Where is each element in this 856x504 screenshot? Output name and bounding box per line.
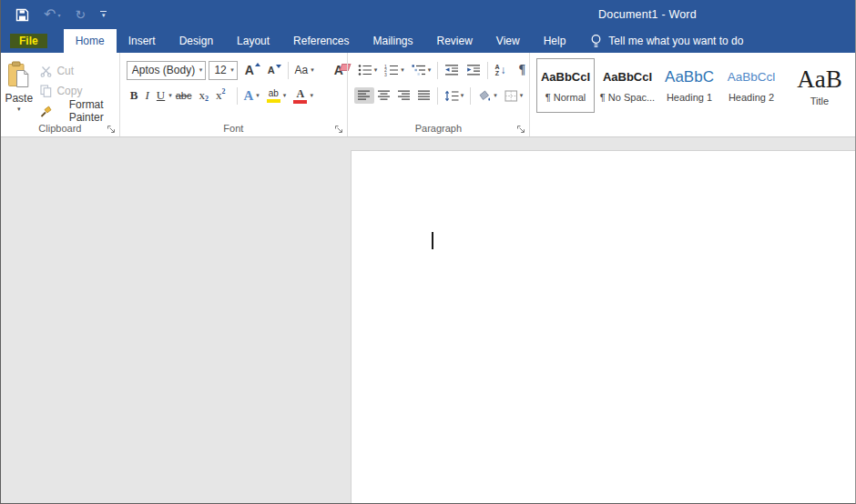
cut-label: Cut xyxy=(56,65,74,77)
italic-button[interactable]: I xyxy=(142,86,153,106)
cut-button[interactable]: Cut xyxy=(36,61,118,81)
style-sample: AaB xyxy=(797,67,842,91)
paragraph-group-label: Paragraph xyxy=(348,123,529,134)
redo-icon: ↻ xyxy=(75,8,86,21)
paste-icon xyxy=(7,61,30,89)
tab-file[interactable]: File xyxy=(10,34,47,48)
align-right-button[interactable] xyxy=(394,87,414,104)
qat-customize-button[interactable]: ▾ xyxy=(100,11,107,18)
strikethrough-button[interactable]: abc xyxy=(172,86,196,106)
text-effects-icon: A xyxy=(244,88,254,104)
align-center-icon xyxy=(378,90,391,101)
font-dialog-launcher[interactable] xyxy=(334,125,343,134)
style-title[interactable]: AaB Title xyxy=(784,58,855,113)
align-left-icon xyxy=(358,90,371,101)
save-button[interactable] xyxy=(15,8,29,22)
redo-button[interactable]: ↻ xyxy=(75,8,86,21)
style-label: Title xyxy=(810,96,829,106)
line-spacing-icon xyxy=(444,90,459,102)
paste-button[interactable]: Paste ▾ xyxy=(1,57,36,121)
font-name-dropdown-icon: ▾ xyxy=(199,66,203,74)
align-right-icon xyxy=(398,90,411,101)
clipboard-dialog-launcher[interactable] xyxy=(107,125,116,134)
dialog-launcher-icon xyxy=(516,125,525,134)
font-color-button[interactable]: A ▾ xyxy=(290,86,317,106)
tab-home[interactable]: Home xyxy=(64,29,117,53)
justify-button[interactable] xyxy=(414,87,434,104)
svg-text:3: 3 xyxy=(384,72,387,76)
sort-button[interactable]: AZ ↓ xyxy=(491,60,509,80)
text-highlight-icon: ab xyxy=(267,89,280,103)
bullets-button[interactable]: ▾ xyxy=(354,60,382,80)
style-sample: AaBbCcl xyxy=(728,67,776,87)
text-effects-button[interactable]: A ▾ xyxy=(240,86,263,106)
style-sample: AaBbCcI xyxy=(603,67,652,87)
superscript-icon: x2 xyxy=(216,88,226,103)
format-painter-button[interactable]: Format Painter xyxy=(36,101,118,121)
superscript-button[interactable]: x2 xyxy=(212,86,229,106)
decrease-indent-icon xyxy=(444,64,459,76)
show-hide-pilcrow-button[interactable]: ¶ xyxy=(515,60,529,80)
style-normal[interactable]: AaBbCcI ¶ Normal xyxy=(536,58,595,113)
font-size-combobox[interactable]: 12 ▾ xyxy=(209,61,237,80)
tab-references[interactable]: References xyxy=(281,29,361,53)
paste-dropdown-icon: ▾ xyxy=(17,106,21,113)
underline-button[interactable]: U xyxy=(153,86,168,106)
bold-button[interactable]: B xyxy=(127,86,142,106)
bullets-icon xyxy=(358,64,372,76)
change-case-button[interactable]: Aa ▾ xyxy=(291,60,318,80)
increase-indent-button[interactable] xyxy=(463,60,484,80)
window-title: Document1 - Word xyxy=(598,0,697,29)
undo-button[interactable]: ↶ ▾ xyxy=(44,7,60,22)
style-heading-2[interactable]: AaBbCcl Heading 2 xyxy=(722,58,780,113)
multilevel-list-icon xyxy=(412,64,426,76)
format-painter-label: Format Painter xyxy=(56,98,115,124)
style-no-spacing[interactable]: AaBbCcI ¶ No Spac... xyxy=(598,58,657,113)
undo-icon: ↶ xyxy=(44,7,56,22)
font-color-icon: A xyxy=(293,88,307,104)
style-sample: AaBbCcI xyxy=(541,67,590,87)
font-name-value: Aptos (Body) xyxy=(132,64,195,76)
align-left-button[interactable] xyxy=(354,87,374,104)
borders-button[interactable]: ▾ xyxy=(501,86,527,106)
style-label: Heading 1 xyxy=(667,92,712,103)
decrease-indent-button[interactable] xyxy=(441,60,463,80)
font-group: Aptos (Body) ▾ 12 ▾ A A Aa ▾ xyxy=(119,53,347,136)
shrink-font-button[interactable]: A xyxy=(264,60,285,80)
lightbulb-icon xyxy=(590,34,602,49)
line-spacing-button[interactable]: ▾ xyxy=(441,86,468,106)
tell-me-label: Tell me what you want to do xyxy=(608,35,743,47)
align-center-button[interactable] xyxy=(374,87,394,104)
document-page[interactable] xyxy=(351,150,856,504)
sort-icon: AZ ↓ xyxy=(494,64,505,76)
borders-icon xyxy=(504,90,518,102)
tab-insert[interactable]: Insert xyxy=(117,29,168,53)
text-highlight-button[interactable]: ab ▾ xyxy=(263,86,290,106)
tab-design[interactable]: Design xyxy=(168,29,225,53)
tab-review[interactable]: Review xyxy=(424,29,484,53)
tell-me-box[interactable]: Tell me what you want to do xyxy=(590,29,743,53)
styles-group: AaBbCcI ¶ Normal AaBbCcI ¶ No Spac... Aa… xyxy=(529,53,855,136)
grow-font-button[interactable]: A xyxy=(241,60,264,80)
change-case-icon: Aa xyxy=(295,64,309,76)
style-label: ¶ Normal xyxy=(545,92,586,103)
tab-mailings[interactable]: Mailings xyxy=(361,29,424,53)
shading-button[interactable]: ▾ xyxy=(474,86,501,106)
styles-gallery: AaBbCcI ¶ Normal AaBbCcI ¶ No Spac... Aa… xyxy=(530,53,855,113)
tab-help[interactable]: Help xyxy=(532,29,578,53)
font-name-combobox[interactable]: Aptos (Body) ▾ xyxy=(127,61,207,80)
paragraph-dialog-launcher[interactable] xyxy=(516,125,525,134)
tab-view[interactable]: View xyxy=(484,29,532,53)
subscript-button[interactable]: x2 xyxy=(196,86,213,106)
font-size-value: 12 xyxy=(214,64,226,76)
tab-layout[interactable]: Layout xyxy=(225,29,281,53)
font-size-dropdown-icon: ▾ xyxy=(230,66,234,74)
grow-font-icon: A xyxy=(245,63,254,77)
clear-formatting-button[interactable]: A xyxy=(331,60,347,80)
scissors-icon xyxy=(40,66,52,77)
format-painter-icon xyxy=(40,106,52,117)
style-heading-1[interactable]: AaBbC Heading 1 xyxy=(660,58,718,113)
numbering-button[interactable]: 1 2 3 ▾ xyxy=(381,60,408,80)
multilevel-list-button[interactable]: ▾ xyxy=(408,60,435,80)
word-window: ↶ ▾ ↻ ▾ Document1 - Word File Home Inser… xyxy=(0,0,856,504)
